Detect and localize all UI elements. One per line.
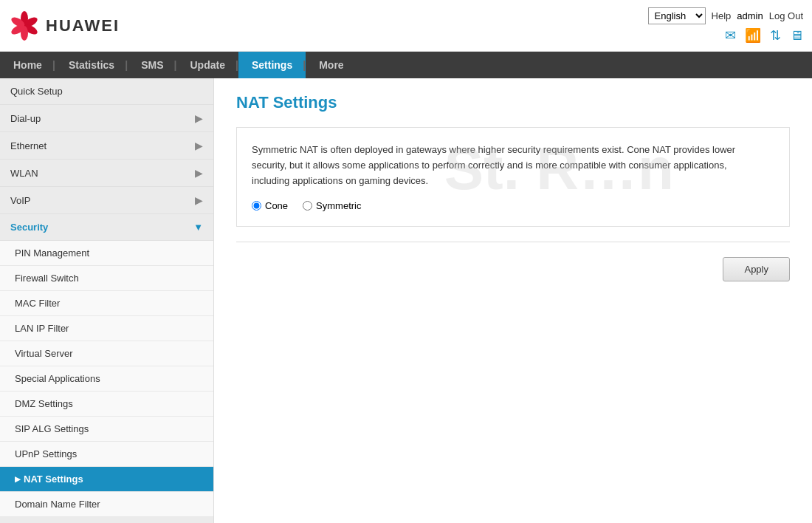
help-link[interactable]: Help bbox=[712, 10, 732, 21]
quick-setup-label: Quick Setup bbox=[10, 86, 63, 97]
nav-bar: Home Statistics SMS Update Settings More bbox=[0, 52, 812, 78]
symmetric-radio[interactable] bbox=[303, 201, 312, 211]
nav-statistics[interactable]: Statistics bbox=[55, 52, 128, 78]
sidebar-item-voip[interactable]: VoIP ▶ bbox=[0, 187, 213, 214]
content-area: NAT Settings St. R…n Symmetric NAT is of… bbox=[214, 78, 812, 523]
sidebar-item-dialup[interactable]: Dial-up ▶ bbox=[0, 105, 213, 132]
wlan-arrow-icon: ▶ bbox=[195, 167, 203, 179]
sidebar-sub-lan-ip-filter[interactable]: LAN IP Filter bbox=[0, 316, 213, 341]
status-icons: ✉ 📶 ⇅ 🖥 bbox=[725, 27, 803, 44]
sidebar-item-wlan[interactable]: WLAN ▶ bbox=[0, 160, 213, 187]
sidebar-item-ethernet[interactable]: Ethernet ▶ bbox=[0, 132, 213, 160]
voip-label: VoIP bbox=[10, 195, 30, 206]
top-right-top: English Chinese Help admin Log Out bbox=[648, 7, 803, 24]
sidebar-sub-sip-alg-settings[interactable]: SIP ALG Settings bbox=[0, 417, 213, 442]
apply-row: Apply bbox=[236, 257, 790, 281]
symmetric-label: Symmetric bbox=[316, 200, 361, 211]
wlan-label: WLAN bbox=[10, 168, 38, 179]
language-select[interactable]: English Chinese bbox=[648, 7, 706, 24]
main-layout: Quick Setup Dial-up ▶ Ethernet ▶ WLAN ▶ … bbox=[0, 78, 812, 523]
page-title: NAT Settings bbox=[236, 93, 790, 112]
symmetric-radio-option[interactable]: Symmetric bbox=[303, 200, 361, 211]
apply-button[interactable]: Apply bbox=[723, 257, 790, 281]
sidebar-item-quick-setup[interactable]: Quick Setup bbox=[0, 78, 213, 105]
nav-home[interactable]: Home bbox=[0, 52, 55, 78]
sidebar-section-security[interactable]: Security ▼ bbox=[0, 214, 213, 241]
description-text: Symmetric NAT is often deployed in gatew… bbox=[252, 143, 754, 188]
sidebar-sub-special-applications[interactable]: Special Applications bbox=[0, 366, 213, 392]
transfer-icon: ⇅ bbox=[770, 27, 781, 44]
sidebar-sub-upnp-settings[interactable]: UPnP Settings bbox=[0, 442, 213, 467]
nat-settings-box: St. R…n Symmetric NAT is often deployed … bbox=[236, 127, 790, 227]
voip-arrow-icon: ▶ bbox=[195, 194, 203, 206]
top-right-panel: English Chinese Help admin Log Out ✉ 📶 ⇅… bbox=[648, 7, 803, 44]
nav-sms[interactable]: SMS bbox=[128, 52, 176, 78]
brand-name: HUAWEI bbox=[46, 16, 120, 35]
signal-icon: 📶 bbox=[745, 27, 761, 44]
divider bbox=[236, 242, 790, 242]
ethernet-label: Ethernet bbox=[10, 140, 47, 151]
logout-link[interactable]: Log Out bbox=[769, 10, 803, 21]
dialup-label: Dial-up bbox=[10, 113, 41, 124]
security-arrow-icon: ▼ bbox=[193, 222, 203, 233]
top-bar: HUAWEI English Chinese Help admin Log Ou… bbox=[0, 0, 812, 52]
nav-more[interactable]: More bbox=[306, 52, 357, 78]
logo-area: HUAWEI bbox=[9, 10, 120, 41]
sidebar-sub-pin-management[interactable]: PIN Management bbox=[0, 241, 213, 266]
sidebar-item-system[interactable]: System ▶ bbox=[0, 517, 213, 523]
sidebar-sub-domain-name-filter[interactable]: Domain Name Filter bbox=[0, 492, 213, 517]
nat-type-radio-group: Cone Symmetric bbox=[252, 200, 774, 211]
nav-update[interactable]: Update bbox=[177, 52, 238, 78]
ethernet-arrow-icon: ▶ bbox=[195, 140, 203, 151]
sidebar: Quick Setup Dial-up ▶ Ethernet ▶ WLAN ▶ … bbox=[0, 78, 214, 523]
dialup-arrow-icon: ▶ bbox=[195, 112, 203, 124]
cone-label: Cone bbox=[265, 200, 288, 211]
security-label: Security bbox=[10, 222, 48, 233]
cone-radio[interactable] bbox=[252, 201, 261, 211]
sidebar-sub-nat-settings[interactable]: NAT Settings bbox=[0, 467, 213, 492]
sidebar-sub-mac-filter[interactable]: MAC Filter bbox=[0, 291, 213, 316]
cone-radio-option[interactable]: Cone bbox=[252, 200, 288, 211]
mail-icon[interactable]: ✉ bbox=[725, 27, 736, 44]
username-label: admin bbox=[737, 10, 763, 21]
sidebar-sub-virtual-server[interactable]: Virtual Server bbox=[0, 341, 213, 366]
huawei-logo-icon bbox=[9, 10, 40, 41]
display-icon: 🖥 bbox=[790, 28, 803, 44]
sidebar-sub-firewall-switch[interactable]: Firewall Switch bbox=[0, 266, 213, 291]
nav-settings[interactable]: Settings bbox=[238, 52, 306, 78]
sidebar-sub-dmz-settings[interactable]: DMZ Settings bbox=[0, 392, 213, 417]
